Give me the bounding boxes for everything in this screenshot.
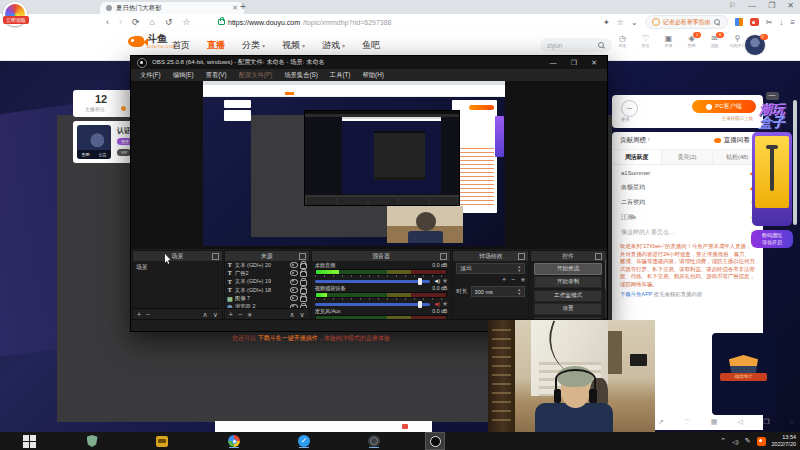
obs-control-button[interactable]: 工作室模式 — [534, 290, 602, 302]
visibility-eye-icon[interactable] — [290, 262, 298, 268]
home-icon[interactable]: ⌂ — [150, 17, 155, 27]
taskbar-clock[interactable]: 13:54 2022/7/20 — [772, 434, 796, 448]
taskbar-browser-app[interactable] — [227, 434, 241, 448]
obs-menu-item[interactable]: 文件(F) — [140, 71, 161, 80]
obs-control-button[interactable]: 开始推流 — [534, 263, 602, 275]
header-icon-item[interactable]: ♡ 关注 — [637, 34, 654, 49]
fan-row[interactable]: a1Summer — [612, 165, 763, 180]
obs-close-button[interactable]: ✕ — [591, 59, 597, 67]
maximize-button[interactable]: ❐ — [768, 1, 775, 10]
avatar-tabs[interactable]: 鱼吧 公告 — [77, 150, 111, 159]
obs-menu-item[interactable]: 场景集合(S) — [284, 71, 318, 80]
dropdown-icon[interactable]: ⌄ — [631, 18, 638, 27]
obs-control-button[interactable]: 设置 — [534, 303, 602, 315]
player-icon[interactable]: ▦ — [711, 418, 718, 426]
tray-volume-icon[interactable]: ◁) — [732, 438, 739, 445]
site-search-input[interactable]: ziyun — [540, 38, 612, 52]
nav-item[interactable]: 鱼吧 — [362, 39, 380, 52]
avatar-tab-yuba[interactable]: 鱼吧 — [82, 152, 90, 157]
screenshot-icon[interactable]: ✂ — [766, 18, 773, 27]
bookmark-star-icon[interactable]: ☆ — [183, 17, 191, 27]
webcam-overlay[interactable] — [488, 320, 655, 432]
visibility-eye-icon[interactable] — [290, 270, 298, 276]
obs-control-button[interactable]: 开始录制 — [534, 276, 602, 288]
popout-icon[interactable] — [518, 253, 525, 260]
pc-client-button[interactable]: PC客户端 — [692, 100, 756, 113]
plugin-download-link[interactable]: 下载斗鱼一键开播插件 — [258, 335, 318, 341]
fan-tab[interactable]: 周活跃度 — [612, 150, 662, 164]
favorite-icon[interactable]: ☆ — [617, 18, 624, 27]
nav-item[interactable]: 分类 — [242, 39, 265, 52]
visibility-eye-icon[interactable] — [290, 287, 298, 293]
more-circle-button[interactable]: – — [621, 100, 638, 117]
popout-icon[interactable] — [212, 253, 219, 260]
visibility-eye-icon[interactable] — [290, 279, 298, 285]
nav-item[interactable]: 游戏 — [322, 39, 345, 52]
contribution-title[interactable]: 贡献周榜 — [620, 136, 650, 145]
obs-menu-item[interactable]: 配置文件(P) — [239, 71, 273, 80]
channel-settings-icon[interactable] — [442, 300, 447, 308]
nav-item[interactable]: 首页 — [172, 39, 190, 52]
download-app-link[interactable]: 下载斗鱼APP — [620, 291, 652, 297]
toy-box-widget[interactable]: — 潮玩 盒子 数码潮玩 等你开启 — [748, 92, 796, 248]
toy-box-caption[interactable]: 数码潮玩 等你开启 — [751, 230, 793, 248]
tray-douyu-icon[interactable] — [757, 437, 766, 446]
remove-scene-button[interactable]: − — [146, 311, 150, 318]
undo-icon[interactable]: ↺ — [165, 17, 173, 27]
player-icon[interactable]: ❐ — [763, 418, 769, 426]
minimize-button[interactable]: — — [748, 1, 756, 10]
obs-minimize-button[interactable]: — — [550, 59, 557, 67]
player-icon[interactable]: ◁ — [738, 418, 743, 426]
obs-title-bar[interactable]: OBS 25.0.8 (64-bit, windows) - 配置文件: 未命名… — [131, 56, 607, 69]
info-icon[interactable] — [121, 106, 126, 111]
source-row[interactable]: 文本 (GDI+) 19 — [225, 278, 309, 286]
taskbar-capture-app[interactable] — [155, 434, 169, 448]
source-up-button[interactable]: ∧ — [289, 311, 294, 319]
taskbar-globe-app[interactable] — [367, 434, 381, 448]
lock-icon[interactable] — [300, 280, 307, 286]
nav-item[interactable]: 视频 — [282, 39, 305, 52]
source-row[interactable]: 浏览器 2 — [225, 302, 309, 308]
promo-float[interactable]: 立即领取 — [3, 2, 27, 26]
header-icon-item[interactable]: ✉ 消息 6 — [706, 34, 723, 49]
source-down-button[interactable]: ∨ — [300, 311, 305, 319]
sources-list[interactable]: 文本 (GDI+) 20 广告2 文本 (GDI+) 19 — [225, 261, 309, 308]
player-icon[interactable]: ↗ — [658, 418, 664, 426]
popout-icon[interactable] — [299, 253, 306, 260]
fan-row[interactable]: 像这样的人要怎么… — [612, 225, 763, 240]
obs-preview[interactable] — [131, 81, 607, 249]
player-icon[interactable]: ◌ — [790, 418, 794, 426]
lock-icon[interactable] — [300, 296, 307, 302]
url-field[interactable]: https://www.douyu.com/topic/xmmdhp?rid=6… — [218, 14, 392, 30]
tray-pen-icon[interactable]: ✎ — [745, 437, 751, 445]
source-row[interactable]: 文本 (GDI+) 18 — [225, 286, 309, 294]
fan-row[interactable]: 江湖k — [612, 210, 763, 225]
browser-tab[interactable]: 夏日热门大赛影 ✕ — [100, 2, 244, 14]
nav-item[interactable]: 直播 — [207, 39, 225, 52]
menu-icon[interactable]: ≡ — [790, 18, 795, 27]
remove-transition-button[interactable]: − — [511, 276, 515, 284]
duration-input[interactable]: 300 ms ▲▼ — [471, 286, 526, 297]
widget-minimize-button[interactable]: — — [766, 92, 779, 100]
visibility-eye-icon[interactable] — [290, 295, 298, 301]
apps-grid-icon[interactable] — [735, 18, 743, 26]
slider-knob[interactable] — [418, 301, 422, 308]
header-icon-item[interactable]: ▣ 开播 — [660, 34, 677, 49]
douyu-logo[interactable]: 斗鱼 DOUYU.COM — [128, 34, 176, 49]
windows-start-button[interactable] — [22, 434, 36, 448]
scenes-list[interactable]: 场景 — [133, 261, 222, 308]
remove-source-button[interactable]: − — [238, 311, 242, 318]
slider-knob[interactable] — [418, 278, 422, 285]
add-scene-button[interactable]: + — [137, 311, 141, 318]
close-button[interactable]: ✕ — [787, 1, 794, 10]
channel-settings-icon[interactable] — [442, 277, 447, 285]
volume-slider[interactable] — [315, 303, 431, 306]
scene-item[interactable]: 场景 — [133, 261, 222, 274]
fan-row[interactable]: 南极星鸡 — [612, 180, 763, 195]
taskbar-messenger-app[interactable]: ✓ — [297, 434, 311, 448]
transition-select[interactable]: 淡出 ▲▼ — [456, 263, 525, 274]
user-avatar[interactable]: 2 — [744, 34, 766, 56]
fan-tab[interactable]: 贵宾(2) — [662, 150, 712, 164]
scene-up-button[interactable]: ∧ — [203, 311, 208, 319]
search-icon[interactable] — [598, 42, 605, 49]
